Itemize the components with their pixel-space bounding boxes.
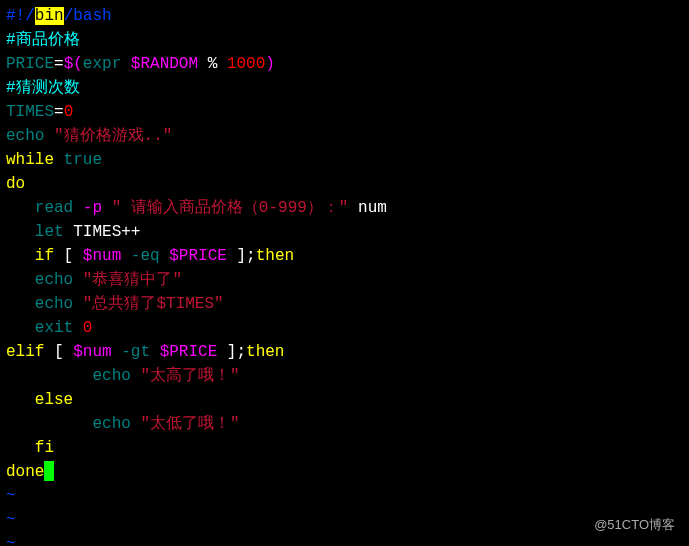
bracket: [ (44, 343, 73, 361)
then-kw: then (256, 247, 294, 265)
vim-empty-line: ~ (6, 508, 683, 532)
code-line-times: TIMES=0 (6, 100, 683, 124)
tilde-icon: ~ (6, 511, 16, 529)
expr-close: ) (265, 55, 275, 73)
var: $num (73, 343, 111, 361)
code-line-shebang: #!/bin/bash (6, 4, 683, 28)
else-kw: else (35, 391, 73, 409)
elif-kw: elif (6, 343, 44, 361)
equals: = (54, 103, 64, 121)
code-line-fi: fi (6, 436, 683, 460)
bracket: ]; (227, 247, 256, 265)
number: 0 (64, 103, 74, 121)
indent (6, 247, 35, 265)
random-var: $RANDOM (131, 55, 198, 73)
indent (6, 439, 35, 457)
code-line-if1: if [ $num -eq $PRICE ];then (6, 244, 683, 268)
string: "恭喜猜中了" (83, 271, 182, 289)
code-line-do: do (6, 172, 683, 196)
echo-cmd: echo (6, 127, 54, 145)
string: "太低了哦！" (140, 415, 239, 433)
fi-kw: fi (35, 439, 54, 457)
read-cmd: read (35, 199, 83, 217)
code-line-price: PRICE=$(expr $RANDOM % 1000) (6, 52, 683, 76)
bracket: [ (54, 247, 83, 265)
code-line-echo2: echo "恭喜猜中了" (6, 268, 683, 292)
echo-cmd: echo (35, 295, 83, 313)
then-kw: then (246, 343, 284, 361)
var: $PRICE (160, 343, 218, 361)
indent (6, 223, 35, 241)
rest: TIMES++ (64, 223, 141, 241)
echo-cmd: echo (92, 367, 140, 385)
number: 0 (73, 319, 92, 337)
var-name: PRICE (6, 55, 54, 73)
string: "总共猜了$TIMES" (83, 295, 224, 313)
indent (6, 367, 92, 385)
op: -eq (121, 247, 169, 265)
code-line-read: read -p " 请输入商品价格（0-999）：" num (6, 196, 683, 220)
shebang-highlighted: bin (35, 7, 64, 25)
true-kw: true (54, 151, 102, 169)
equals: = (54, 55, 64, 73)
expr-kw: expr (83, 55, 131, 73)
shebang-suffix: /bash (64, 7, 112, 25)
code-line-while: while true (6, 148, 683, 172)
shebang-prefix: #!/ (6, 7, 35, 25)
var: num (348, 199, 386, 217)
indent (6, 319, 35, 337)
var: $PRICE (169, 247, 227, 265)
tilde-icon: ~ (6, 487, 16, 505)
vim-empty-line: ~ (6, 532, 683, 546)
bracket: ]; (217, 343, 246, 361)
code-line-comment2: #猜测次数 (6, 76, 683, 100)
op: % (198, 55, 227, 73)
indent (6, 271, 35, 289)
watermark-text: @51CTO博客 (594, 515, 675, 535)
code-line-exit: exit 0 (6, 316, 683, 340)
number: 1000 (227, 55, 265, 73)
string: "猜价格游戏.." (54, 127, 172, 145)
indent (6, 295, 35, 313)
do-kw: do (6, 175, 25, 193)
indent (6, 199, 35, 217)
code-line-echo1: echo "猜价格游戏.." (6, 124, 683, 148)
exit-cmd: exit (35, 319, 73, 337)
code-line-elif: elif [ $num -gt $PRICE ];then (6, 340, 683, 364)
comment-text: #猜测次数 (6, 79, 80, 97)
code-line-else: else (6, 388, 683, 412)
string: "太高了哦！" (140, 367, 239, 385)
code-line-echo4: echo "太高了哦！" (6, 364, 683, 388)
var: $num (83, 247, 121, 265)
code-line-let: let TIMES++ (6, 220, 683, 244)
var-name: TIMES (6, 103, 54, 121)
code-line-done: done (6, 460, 683, 484)
indent (6, 415, 92, 433)
op: -gt (112, 343, 160, 361)
indent (6, 391, 35, 409)
while-kw: while (6, 151, 54, 169)
echo-cmd: echo (35, 271, 83, 289)
cursor-icon (44, 461, 54, 481)
expr-open: $( (64, 55, 83, 73)
done-kw: done (6, 463, 44, 481)
tilde-icon: ~ (6, 535, 16, 546)
code-line-echo3: echo "总共猜了$TIMES" (6, 292, 683, 316)
string: " 请输入商品价格（0-999）：" (112, 199, 349, 217)
flag: -p (83, 199, 112, 217)
comment-text: #商品价格 (6, 31, 80, 49)
code-line-comment1: #商品价格 (6, 28, 683, 52)
code-line-echo5: echo "太低了哦！" (6, 412, 683, 436)
vim-empty-line: ~ (6, 484, 683, 508)
let-kw: let (35, 223, 64, 241)
if-kw: if (35, 247, 54, 265)
echo-cmd: echo (92, 415, 140, 433)
